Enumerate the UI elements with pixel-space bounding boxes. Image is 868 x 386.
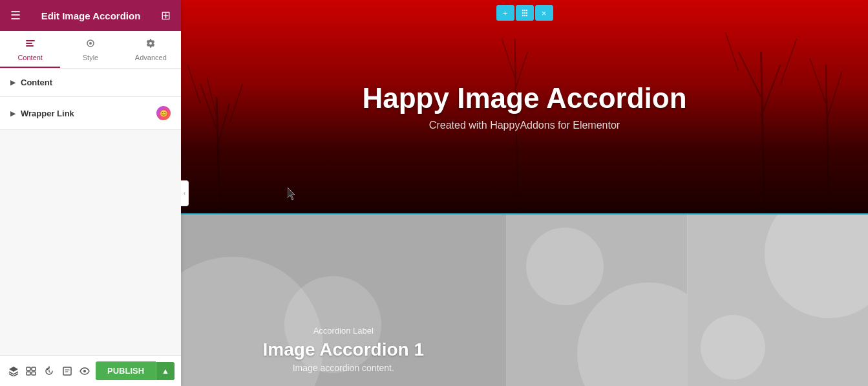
wrapper-link-badge: 😊 (156, 106, 171, 120)
svg-line-29 (725, 32, 738, 71)
svg-line-30 (781, 39, 797, 84)
wrapper-link-accordion: ▶ Wrapper Link 😊 (0, 97, 181, 130)
svg-line-33 (826, 71, 842, 123)
sidebar-collapse-handle[interactable]: ‹ (181, 180, 189, 206)
wrapper-link-label: Wrapper Link (21, 109, 74, 118)
svg-point-11 (522, 10, 523, 11)
sidebar-bottom-toolbar: PUBLISH ▲ (0, 355, 181, 386)
svg-line-25 (207, 78, 217, 116)
grid-icon[interactable]: ⊞ (161, 8, 171, 23)
svg-line-20 (217, 97, 220, 213)
content-accordion: ▶ Content (0, 69, 181, 97)
svg-line-24 (229, 84, 242, 123)
svg-line-22 (217, 103, 229, 149)
svg-line-23 (187, 65, 200, 103)
accordion-panel-2[interactable] (507, 215, 688, 386)
svg-rect-9 (63, 367, 71, 375)
panel2-shape-2 (526, 228, 604, 305)
hero-subtitle: Created with HappyAddons for Elementor (429, 120, 620, 131)
accordion-panel-1[interactable]: Accordion Label Image Accordion 1 Image … (181, 215, 507, 386)
hero-title: Happy Image Accordion (362, 82, 686, 114)
canvas: + × (181, 0, 868, 386)
accordion-panel-3[interactable] (688, 215, 868, 386)
publish-btn-group: PUBLISH ▲ (96, 361, 175, 380)
svg-rect-7 (32, 367, 36, 370)
sidebar-title: Edit Image Accordion (41, 10, 141, 21)
tab-style[interactable]: Style (60, 31, 120, 68)
accordion-label: Accordion Label (263, 326, 424, 336)
style-tab-icon (85, 38, 96, 51)
content-tab-icon (25, 38, 36, 51)
tab-advanced[interactable]: Advanced (121, 31, 181, 68)
tab-style-label: Style (83, 54, 98, 61)
notes-btn[interactable] (60, 361, 74, 381)
accordion-canvas: Accordion Label Image Accordion 1 Image … (181, 213, 868, 386)
publish-button[interactable]: PUBLISH (96, 361, 156, 380)
happy-icon: 😊 (160, 110, 167, 117)
svg-line-28 (761, 65, 781, 116)
svg-point-16 (525, 12, 527, 14)
tab-content-label: Content (17, 54, 43, 61)
eye-btn[interactable] (78, 361, 92, 381)
wrapper-arrow-icon: ▶ (10, 110, 16, 117)
svg-point-14 (522, 12, 523, 14)
svg-point-18 (524, 15, 525, 16)
panel2-shape-1 (577, 283, 687, 386)
tab-content[interactable]: Content (0, 31, 60, 68)
svg-point-13 (525, 10, 527, 11)
panel3-shape-2 (701, 315, 765, 380)
svg-point-12 (524, 10, 525, 11)
svg-point-19 (525, 15, 527, 16)
svg-point-4 (89, 42, 92, 45)
history-btn[interactable] (42, 361, 56, 381)
widget-close-btn[interactable]: × (535, 5, 553, 21)
hamburger-icon[interactable]: ☰ (10, 8, 21, 23)
widget-move-btn[interactable] (516, 5, 534, 21)
svg-line-35 (502, 39, 514, 78)
sidebar-header: ☰ Edit Image Accordion ⊞ (0, 0, 181, 31)
panel3-deco (688, 215, 868, 386)
widget-controls: + × (496, 5, 553, 21)
svg-rect-2 (26, 45, 34, 47)
svg-line-31 (826, 65, 829, 213)
accordion-desc-1: Image accordion content. (263, 363, 424, 373)
content-section-label: Content (21, 78, 52, 87)
svg-line-32 (810, 58, 826, 103)
svg-rect-0 (26, 40, 35, 41)
content-arrow-icon: ▶ (10, 79, 16, 86)
svg-rect-5 (26, 367, 30, 370)
svg-point-17 (522, 15, 523, 16)
svg-rect-1 (26, 43, 32, 44)
svg-rect-8 (32, 372, 36, 375)
svg-point-10 (83, 370, 86, 372)
svg-line-27 (738, 52, 761, 97)
sidebar-sections: ▶ Content ▶ Wrapper Link 😊 (0, 69, 181, 355)
advanced-tab-icon (145, 38, 156, 51)
panel3-shape-1 (765, 215, 868, 318)
sidebar-tabs: Content Style Advanced (0, 31, 181, 69)
layers-btn[interactable] (6, 361, 21, 381)
panel2-deco (507, 215, 687, 386)
tab-advanced-label: Advanced (135, 54, 167, 61)
wrapper-link-header[interactable]: ▶ Wrapper Link 😊 (0, 97, 181, 129)
publish-arrow-button[interactable]: ▲ (156, 362, 175, 380)
widget-add-btn[interactable]: + (496, 5, 514, 21)
navigator-btn[interactable] (25, 361, 39, 381)
svg-line-26 (761, 52, 765, 213)
svg-point-15 (524, 12, 525, 14)
accordion-title-1: Image Accordion 1 (263, 339, 424, 360)
panel1-content: Accordion Label Image Accordion 1 Image … (263, 326, 424, 373)
sidebar: ☰ Edit Image Accordion ⊞ Content Sty (0, 0, 181, 386)
content-section-header[interactable]: ▶ Content (0, 69, 181, 96)
hero-section: Happy Image Accordion Created with Happy… (181, 0, 868, 213)
svg-rect-6 (26, 372, 30, 375)
